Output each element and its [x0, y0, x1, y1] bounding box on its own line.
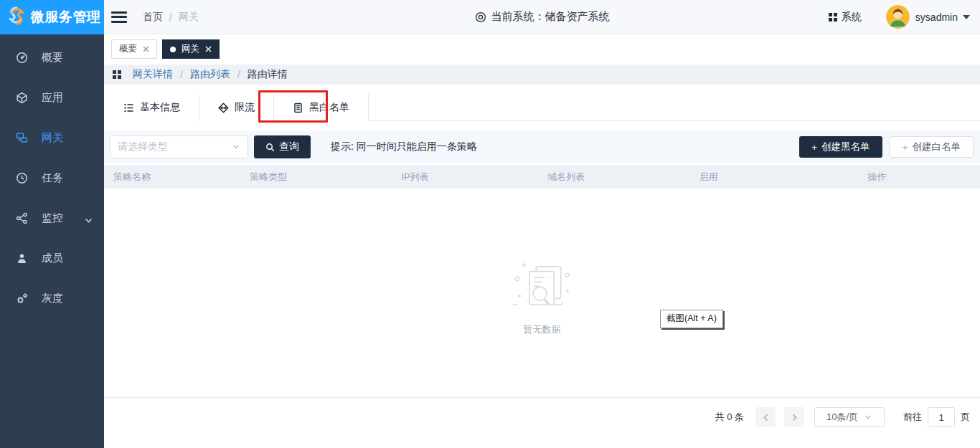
breadcrumb-gateway-detail[interactable]: 网关详情 [133, 68, 173, 81]
sidebar-item-gateway[interactable]: 网关 [0, 118, 104, 158]
chevron-down-icon [232, 143, 240, 151]
screenshot-tooltip: 截图(Alt + A) [660, 310, 723, 328]
type-select[interactable]: 请选择类型 [110, 135, 248, 158]
main-area: 首页 / 网关 当前系统：储备资产系统 系统 [104, 0, 980, 448]
app-title: 微服务管理 [31, 8, 101, 27]
gateway-icon [16, 132, 28, 144]
username: sysadmin [915, 11, 958, 23]
column-actions: 操作 [774, 171, 980, 184]
chevron-down-icon [864, 413, 872, 421]
empty-state: 暂无数据 [509, 262, 575, 336]
eye-icon [475, 11, 486, 23]
chevron-down-icon [85, 214, 93, 222]
detail-tabs: 基本信息 限流 黑白名单 [104, 94, 980, 121]
sidebar-item-label: 概要 [42, 51, 63, 65]
column-ip-list: IP列表 [341, 171, 490, 184]
sidebar-item-label: 应用 [42, 91, 63, 105]
app-icon [16, 92, 28, 104]
total-count: 共 0 条 [715, 411, 744, 424]
create-blacklist-button[interactable]: + 创建黑名单 [799, 136, 882, 158]
user-menu[interactable]: sysadmin [886, 5, 970, 29]
monitor-icon [16, 212, 28, 224]
tab-label: 限流 [235, 101, 255, 114]
sidebar-item-gray-release[interactable]: 灰度 [0, 278, 104, 318]
system-menu-label: 系统 [842, 11, 862, 24]
tab-gateway[interactable]: 网关 [162, 39, 220, 59]
sidebar-item-label: 任务 [42, 171, 63, 185]
column-policy-name: 策略名称 [104, 171, 196, 184]
page-size-value: 10条/页 [826, 411, 858, 424]
grid-icon [829, 13, 837, 22]
tab-blacklist-whitelist[interactable]: 黑白名单 [274, 94, 369, 121]
tab-label: 黑白名单 [309, 101, 349, 114]
sidebar-item-task[interactable]: 任务 [0, 158, 104, 198]
sidebar-item-member[interactable]: 成员 [0, 238, 104, 278]
query-button[interactable]: 查询 [254, 135, 311, 158]
column-policy-type: 策略类型 [196, 171, 340, 184]
breadcrumb-route-list[interactable]: 路由列表 [190, 68, 230, 81]
caret-down-icon [963, 15, 970, 19]
breadcrumb: 首页 / 网关 [143, 11, 199, 24]
tab-label: 概要 [119, 43, 137, 55]
next-page-button[interactable] [784, 407, 804, 427]
breadcrumb-separator: / [169, 11, 172, 23]
sidebar-item-label: 灰度 [42, 292, 63, 305]
type-select-placeholder: 请选择类型 [118, 140, 168, 153]
plus-icon: + [903, 142, 908, 153]
footer: 共 0 条 10条/页 前往 页 [104, 397, 980, 448]
sidebar-item-label: 成员 [42, 252, 63, 265]
current-system-title: 当前系统：储备资产系统 [491, 10, 610, 24]
sidebar-item-application[interactable]: 应用 [0, 77, 104, 118]
tab-rate-limit[interactable]: 限流 [199, 94, 274, 121]
breadcrumb-route-detail: 路由详情 [248, 68, 288, 81]
close-icon[interactable] [143, 46, 149, 52]
dashboard-icon [16, 52, 28, 64]
create-blacklist-label: 创建黑名单 [821, 140, 870, 153]
plus-icon: + [811, 142, 817, 153]
header-right: 系统 sysadmin [829, 5, 970, 29]
tab-overview[interactable]: 概要 [111, 39, 157, 59]
table-header: 策略名称 策略类型 IP列表 域名列表 启用 操作 [104, 165, 980, 189]
prev-page-button[interactable] [755, 407, 776, 427]
task-icon [16, 172, 28, 184]
brand-swirl-icon [7, 6, 26, 28]
rate-limit-icon [218, 103, 229, 113]
chevron-left-icon [762, 414, 770, 421]
current-system-indicator: 当前系统：储备资产系统 [475, 10, 610, 24]
member-icon [16, 252, 28, 264]
sidebar-nav: 概要 应用 网关 任务 [0, 34, 104, 318]
page-size-select[interactable]: 10条/页 [814, 407, 885, 427]
column-enabled: 启用 [643, 171, 774, 184]
page-unit-label: 页 [961, 411, 970, 424]
tab-label: 网关 [182, 43, 199, 55]
breadcrumb-current: 网关 [179, 11, 199, 24]
empty-text: 暂无数据 [509, 323, 575, 336]
top-header: 首页 / 网关 当前系统：储备资产系统 系统 [104, 0, 980, 34]
grid-icon [113, 70, 121, 79]
create-whitelist-button[interactable]: + 创建白名单 [890, 136, 974, 158]
search-icon [265, 143, 275, 152]
app-logo: 微服务管理 [0, 0, 104, 34]
create-whitelist-label: 创建白名单 [913, 140, 961, 153]
gray-icon [16, 292, 28, 305]
page-number-input[interactable] [928, 407, 955, 427]
filter-toolbar: 请选择类型 查询 提示: 同一时间只能启用一条策略 + 创建黑名单 + 创建白名… [104, 131, 980, 163]
close-icon[interactable] [205, 46, 212, 52]
list-icon [123, 103, 134, 113]
sidebar-item-overview[interactable]: 概要 [0, 37, 104, 77]
breadcrumb-separator: / [237, 69, 240, 80]
tab-label: 基本信息 [140, 101, 180, 114]
tab-basic-info[interactable]: 基本信息 [104, 94, 199, 121]
breadcrumb-home[interactable]: 首页 [143, 11, 163, 24]
chevron-right-icon [791, 414, 798, 421]
page-breadcrumb: 网关详情 / 路由列表 / 路由详情 [104, 65, 980, 85]
policy-hint-text: 提示: 同一时间只能启用一条策略 [331, 140, 477, 153]
sidebar-item-label: 监控 [42, 211, 63, 225]
pagination: 共 0 条 10条/页 前往 页 [715, 407, 970, 427]
empty-data-icon [509, 262, 575, 313]
breadcrumb-separator: / [180, 69, 183, 80]
document-icon [293, 103, 303, 113]
sidebar-item-monitor[interactable]: 监控 [0, 198, 104, 238]
system-menu[interactable]: 系统 [829, 11, 862, 24]
hamburger-menu-icon[interactable] [111, 11, 127, 23]
